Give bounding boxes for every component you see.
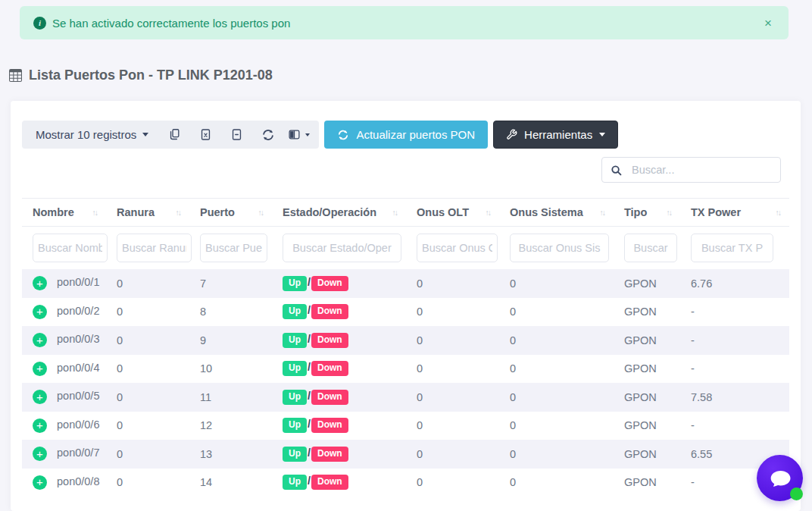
cell-nombre: +pon0/0/6 (22, 412, 106, 440)
cell-tipo: GPON (614, 298, 680, 327)
cell-onus-sistema: 0 (499, 355, 614, 384)
file-export-button[interactable] (221, 121, 252, 149)
status-separator: / (308, 475, 311, 487)
records-per-page-dropdown[interactable]: Mostrar 10 registros (28, 128, 159, 141)
status-down-badge: Down (311, 276, 348, 291)
status-up-badge: Up (283, 475, 307, 490)
port-name: pon0/0/6 (57, 419, 99, 431)
status-separator: / (308, 418, 311, 430)
expand-row-icon[interactable]: + (33, 447, 47, 461)
reload-table-button[interactable] (252, 121, 283, 149)
search-icon (611, 165, 622, 176)
expand-row-icon[interactable]: + (33, 362, 47, 376)
column-header-puerto[interactable]: Puerto↑↓ (189, 199, 272, 227)
expand-row-icon[interactable]: + (33, 390, 47, 404)
cell-onus-olt: 0 (406, 412, 499, 440)
cell-tipo: GPON (614, 269, 680, 298)
filter-input-estado-operacion[interactable] (283, 234, 401, 262)
port-name: pon0/0/2 (57, 305, 99, 317)
page: { "alert": { "text": "Se han activado co… (0, 0, 812, 511)
cell-puerto: 14 (189, 469, 272, 497)
expand-row-icon[interactable]: + (33, 305, 47, 319)
filter-cell (499, 227, 614, 270)
column-header-tx-power[interactable]: TX Power↑↓ (680, 199, 789, 227)
filter-input-onus-olt[interactable] (417, 234, 498, 262)
cell-nombre: +pon0/0/2 (22, 298, 106, 327)
close-icon[interactable]: × (761, 14, 775, 33)
cell-onus-olt: 0 (406, 298, 499, 327)
cell-tipo: GPON (614, 383, 680, 412)
port-name: pon0/0/3 (57, 334, 99, 346)
column-label: Onus OLT (417, 206, 469, 218)
filter-cell (680, 227, 789, 270)
update-pon-ports-button[interactable]: Actualizar puertos PON (324, 121, 488, 149)
page-title: Lista Puertos Pon - TP LINK P1201-08 (9, 67, 812, 83)
table-icon (9, 69, 22, 82)
cell-puerto: 9 (189, 326, 272, 355)
cell-ranura: 0 (106, 269, 189, 298)
filter-input-puerto[interactable] (200, 234, 267, 262)
search-input[interactable] (630, 163, 772, 177)
table-row: +pon0/0/6012Up/Down00GPON- (22, 412, 789, 440)
column-header-estado-operacion[interactable]: Estado/Operación↑↓ (272, 199, 406, 227)
filter-input-tx-power[interactable] (691, 234, 773, 262)
status-up-badge: Up (283, 447, 307, 462)
cell-nombre: +pon0/0/7 (22, 440, 106, 469)
wrench-icon (506, 129, 517, 140)
sort-icon[interactable]: ↑↓ (258, 208, 264, 217)
sort-icon[interactable]: ↑↓ (92, 208, 98, 217)
filter-cell (189, 227, 272, 270)
sort-icon[interactable]: ↑↓ (486, 208, 491, 217)
status-up-badge: Up (283, 304, 307, 319)
filter-input-tipo[interactable] (624, 234, 677, 262)
alert-text: Se han activado correctamente los puerto… (52, 17, 290, 30)
status-separator: / (308, 276, 311, 288)
status-separator: / (308, 361, 311, 373)
sort-icon[interactable]: ↑↓ (667, 208, 672, 217)
column-header-tipo[interactable]: Tipo↑↓ (614, 199, 680, 227)
filter-input-onus-sistema[interactable] (510, 234, 609, 262)
cell-estado-operacion: Up/Down (272, 469, 406, 497)
success-alert: i Se han activado correctamente los puer… (20, 6, 789, 39)
cell-estado-operacion: Up/Down (272, 440, 406, 469)
pon-table-body: +pon0/0/107Up/Down00GPON6.76+pon0/0/208U… (22, 269, 789, 497)
sort-icon[interactable]: ↑↓ (392, 208, 398, 217)
chat-widget-button[interactable] (757, 455, 803, 501)
sort-icon[interactable]: ↑↓ (600, 208, 605, 217)
status-separator: / (308, 304, 311, 316)
column-header-onus-olt[interactable]: Onus OLT↑↓ (406, 199, 499, 227)
column-label: Puerto (200, 206, 235, 218)
sort-icon[interactable]: ↑↓ (776, 208, 781, 217)
copy-button[interactable] (159, 121, 190, 149)
column-header-ranura[interactable]: Ranura↑↓ (106, 199, 189, 227)
expand-row-icon[interactable]: + (33, 333, 47, 347)
pon-ports-table: Nombre↑↓ Ranura↑↓ Puerto↑↓ Estado/Operac… (22, 198, 789, 497)
sort-icon[interactable]: ↑↓ (176, 208, 181, 217)
expand-row-icon[interactable]: + (33, 419, 47, 433)
cell-nombre: +pon0/0/8 (22, 469, 106, 497)
column-header-nombre[interactable]: Nombre↑↓ (22, 199, 106, 227)
column-label: Tipo (624, 206, 647, 218)
expand-row-icon[interactable]: + (33, 475, 47, 490)
datatable-button-group: Mostrar 10 registros (22, 121, 319, 149)
status-down-badge: Down (311, 333, 348, 348)
status-down-badge: Down (311, 390, 348, 405)
cell-onus-sistema: 0 (499, 383, 614, 412)
column-header-onus-sistema[interactable]: Onus Sistema↑↓ (499, 199, 614, 227)
excel-icon (199, 128, 212, 141)
cell-puerto: 10 (189, 355, 272, 384)
column-label: Estado/Operación (283, 206, 376, 218)
status-down-badge: Down (311, 418, 348, 433)
tools-dropdown-button[interactable]: Herramientas (493, 121, 618, 149)
filter-input-nombre[interactable] (33, 234, 108, 262)
header-row: Nombre↑↓ Ranura↑↓ Puerto↑↓ Estado/Operac… (22, 199, 789, 227)
cell-ranura: 0 (106, 412, 189, 440)
status-up-badge: Up (283, 361, 307, 376)
filter-input-ranura[interactable] (117, 234, 192, 262)
cell-tipo: GPON (614, 412, 680, 440)
expand-row-icon[interactable]: + (33, 276, 47, 290)
file-text-icon (230, 128, 243, 141)
column-visibility-button[interactable] (283, 121, 314, 149)
excel-export-button[interactable] (190, 121, 221, 149)
records-per-page-label: Mostrar 10 registros (36, 128, 136, 141)
